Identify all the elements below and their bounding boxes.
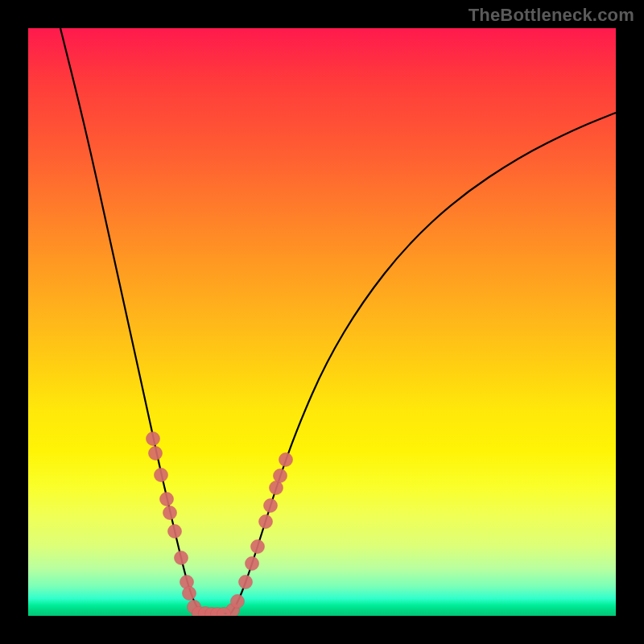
left-marker: [160, 493, 174, 506]
right-marker: [231, 595, 245, 609]
right-marker: [270, 481, 283, 495]
chart-container: TheBottleneck.com: [0, 0, 644, 644]
right-marker: [239, 576, 253, 589]
left-marker: [175, 551, 188, 565]
data-markers: [147, 432, 293, 617]
left-marker: [168, 525, 182, 539]
right-marker: [279, 453, 293, 467]
plot-area: [28, 28, 616, 616]
curve-svg: [28, 28, 616, 616]
left-curve-path: [60, 28, 201, 613]
left-marker: [163, 506, 177, 520]
right-marker: [264, 499, 278, 513]
left-marker: [149, 447, 163, 460]
right-marker: [246, 557, 259, 571]
left-marker: [147, 432, 160, 446]
left-marker: [155, 469, 168, 482]
watermark-text: TheBottleneck.com: [469, 5, 634, 26]
right-marker: [251, 540, 265, 554]
right-marker: [259, 515, 273, 529]
right-marker: [274, 469, 287, 483]
left-marker: [183, 587, 196, 601]
right-curve-path: [231, 113, 616, 613]
